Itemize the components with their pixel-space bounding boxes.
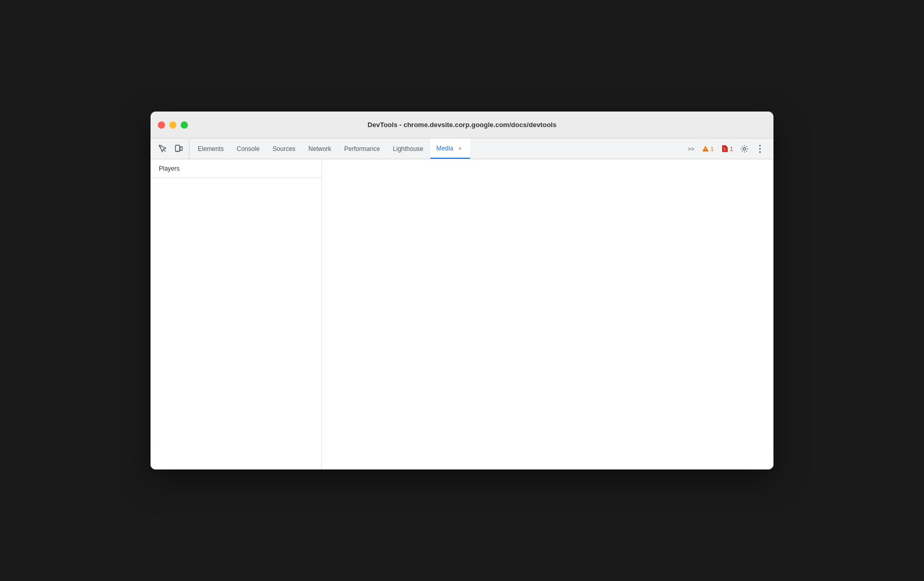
inspect-icon: [159, 145, 167, 153]
more-vertical-icon: [759, 145, 761, 153]
svg-point-7: [759, 145, 761, 146]
svg-point-6: [743, 147, 746, 150]
maximize-button[interactable]: [181, 121, 188, 129]
players-label: Players: [159, 165, 180, 172]
tab-bar: Elements Console Sources Network Perform…: [151, 139, 773, 159]
svg-rect-2: [180, 147, 182, 150]
tab-console[interactable]: Console: [230, 139, 266, 159]
tab-media[interactable]: Media ×: [430, 139, 471, 159]
toolbar-icons: [153, 139, 189, 159]
window-title: DevTools - chrome.devsite.corp.google.co…: [368, 121, 556, 129]
error-badge[interactable]: ! 1: [718, 144, 736, 153]
svg-point-8: [759, 148, 761, 149]
error-count: 1: [730, 146, 733, 152]
tab-list: Elements Console Sources Network Perform…: [192, 139, 684, 159]
tab-elements[interactable]: Elements: [192, 139, 230, 159]
device-toolbar-button[interactable]: [171, 142, 186, 156]
tab-performance[interactable]: Performance: [338, 139, 387, 159]
more-tabs-button[interactable]: >>: [684, 139, 699, 159]
traffic-lights: [158, 121, 188, 129]
tab-bar-right: ! 1 ! 1: [699, 142, 771, 156]
gear-icon: [740, 145, 749, 153]
tab-media-close[interactable]: ×: [456, 145, 464, 152]
tab-lighthouse[interactable]: Lighthouse: [387, 139, 430, 159]
svg-point-3: [177, 150, 178, 151]
close-button[interactable]: [158, 121, 165, 129]
warning-badge[interactable]: ! 1: [699, 144, 717, 153]
title-bar: DevTools - chrome.devsite.corp.google.co…: [151, 112, 773, 139]
svg-point-9: [759, 151, 761, 153]
svg-text:!: !: [724, 147, 725, 151]
tab-sources[interactable]: Sources: [266, 139, 302, 159]
warning-icon: !: [702, 145, 709, 152]
sidebar-body: [151, 178, 321, 469]
sidebar: Players: [151, 159, 322, 469]
settings-button[interactable]: [737, 142, 752, 156]
warning-count: 1: [711, 146, 714, 152]
sidebar-header: Players: [151, 159, 321, 178]
device-icon: [174, 145, 183, 153]
main-content: Players: [151, 159, 773, 469]
panel-content: [322, 159, 773, 469]
error-icon: !: [721, 145, 728, 152]
inspect-element-button[interactable]: [156, 142, 170, 156]
devtools-window: DevTools - chrome.devsite.corp.google.co…: [151, 112, 773, 469]
svg-text:!: !: [705, 147, 706, 151]
minimize-button[interactable]: [169, 121, 176, 129]
tab-network[interactable]: Network: [302, 139, 338, 159]
more-options-button[interactable]: [753, 142, 767, 156]
